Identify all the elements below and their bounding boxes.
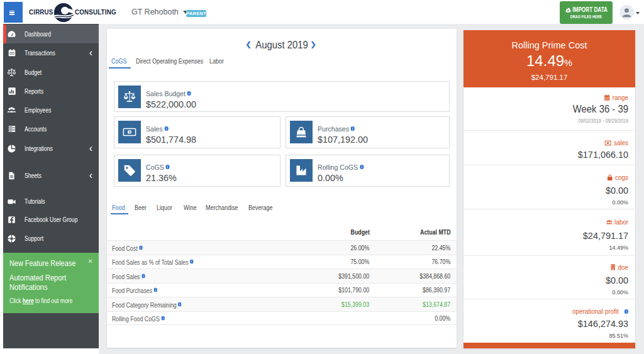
svg-text:$: $ <box>128 131 130 134</box>
